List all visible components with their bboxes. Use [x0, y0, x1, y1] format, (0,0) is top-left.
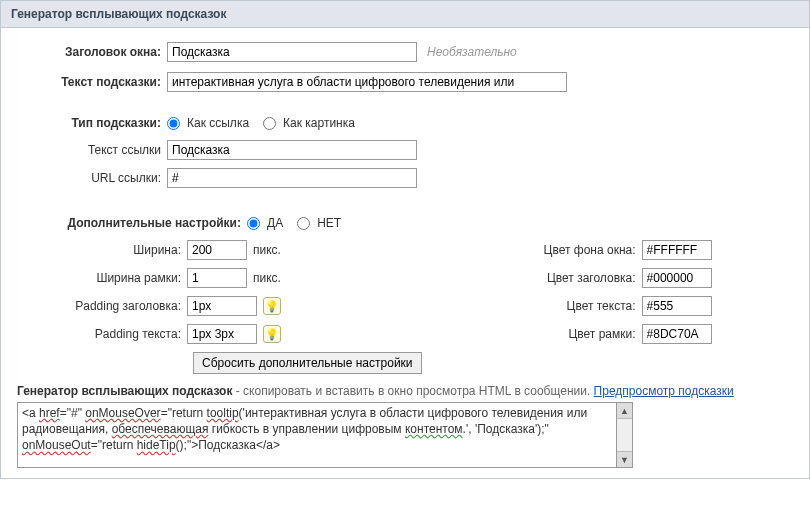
label-advanced: Дополнительные настройки: [17, 216, 247, 230]
width-input[interactable] [187, 240, 247, 260]
output-textarea[interactable]: <a href="#" onMouseOver="return tooltip(… [17, 402, 617, 468]
advanced-grid: Ширина: пикс. Ширина рамки: пикс. Paddin… [17, 240, 793, 374]
panel-body: Заголовок окна: Необязательно Текст подс… [1, 28, 809, 478]
border-width-input[interactable] [187, 268, 247, 288]
preview-link[interactable]: Предпросмотр подсказки [594, 384, 734, 398]
scrollbar[interactable]: ▲ ▼ [617, 402, 633, 468]
panel-title: Генератор всплывающих подсказок [1, 1, 809, 28]
row-tip-text: Текст подсказки: [17, 72, 793, 92]
label-bg-color: Цвет фона окна: [482, 243, 642, 257]
label-tip-text: Текст подсказки: [17, 75, 167, 89]
unit-width: пикс. [253, 243, 281, 257]
scroll-up-icon[interactable]: ▲ [617, 403, 632, 419]
tip-text-input[interactable] [167, 72, 567, 92]
window-title-input[interactable] [167, 42, 417, 62]
row-link-text: Текст ссылки [47, 140, 793, 160]
output-label-bold: Генератор всплывающих подсказок [17, 384, 232, 398]
radio-adv-yes-label: ДА [267, 216, 283, 230]
title-color-input[interactable] [642, 268, 712, 288]
radio-as-image-label: Как картинка [283, 116, 355, 130]
unit-border-width: пикс. [253, 271, 281, 285]
link-url-input[interactable] [167, 168, 417, 188]
link-subblock: Текст ссылки URL ссылки: [47, 140, 793, 188]
row-window-title: Заголовок окна: Необязательно [17, 42, 793, 62]
radio-adv-no[interactable] [297, 217, 310, 230]
bulb-icon[interactable]: 💡 [263, 325, 281, 343]
label-border-width: Ширина рамки: [17, 271, 187, 285]
scroll-track[interactable] [617, 419, 632, 451]
label-padding-title: Padding заголовка: [17, 299, 187, 313]
label-padding-text: Padding текста: [17, 327, 187, 341]
radio-as-link-label: Как ссылка [187, 116, 249, 130]
radio-as-link[interactable] [167, 117, 180, 130]
radio-adv-yes[interactable] [247, 217, 260, 230]
label-border-color: Цвет рамки: [482, 327, 642, 341]
output-label: Генератор всплывающих подсказок - скопир… [17, 384, 793, 398]
reset-advanced-button[interactable]: Сбросить дополнительные настройки [193, 352, 422, 374]
label-link-url: URL ссылки: [47, 171, 167, 185]
padding-title-input[interactable] [187, 296, 257, 316]
label-link-text: Текст ссылки [47, 143, 167, 157]
optional-hint: Необязательно [427, 45, 517, 59]
output-label-rest: - скопировать и вставить в окно просмотр… [232, 384, 593, 398]
row-link-url: URL ссылки: [47, 168, 793, 188]
advanced-col-left: Ширина: пикс. Ширина рамки: пикс. Paddin… [17, 240, 422, 374]
advanced-col-right: Цвет фона окна: Цвет заголовка: Цвет тек… [482, 240, 712, 374]
border-color-input[interactable] [642, 324, 712, 344]
padding-text-input[interactable] [187, 324, 257, 344]
output-row: <a href="#" onMouseOver="return tooltip(… [17, 402, 793, 468]
row-tip-type: Тип подсказки: Как ссылка Как картинка [17, 116, 793, 130]
label-window-title: Заголовок окна: [17, 45, 167, 59]
tooltip-generator-panel: Генератор всплывающих подсказок Заголово… [0, 0, 810, 479]
bg-color-input[interactable] [642, 240, 712, 260]
link-text-input[interactable] [167, 140, 417, 160]
bulb-icon[interactable]: 💡 [263, 297, 281, 315]
radio-as-image[interactable] [263, 117, 276, 130]
scroll-down-icon[interactable]: ▼ [617, 451, 632, 467]
radio-adv-no-label: НЕТ [317, 216, 341, 230]
row-advanced: Дополнительные настройки: ДА НЕТ [17, 216, 793, 230]
label-tip-type: Тип подсказки: [17, 116, 167, 130]
label-title-color: Цвет заголовка: [482, 271, 642, 285]
label-text-color: Цвет текста: [482, 299, 642, 313]
text-color-input[interactable] [642, 296, 712, 316]
label-width: Ширина: [17, 243, 187, 257]
